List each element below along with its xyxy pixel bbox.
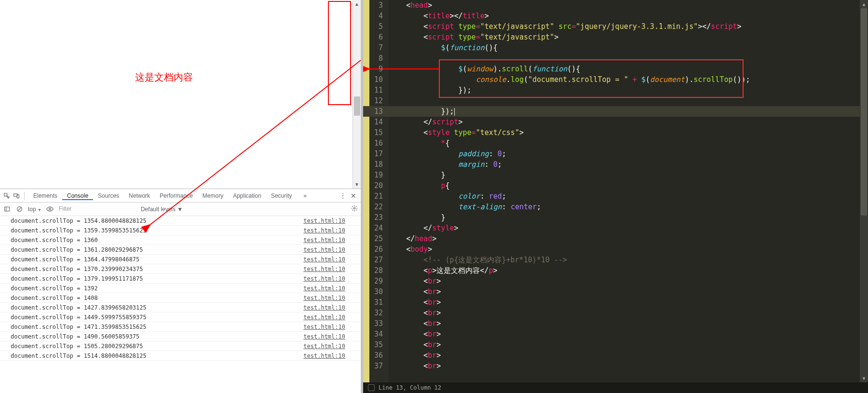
code-line[interactable]: 18 margin: 0; bbox=[363, 159, 868, 170]
log-source-link[interactable]: test.html:10 bbox=[303, 227, 350, 234]
code-line[interactable]: 27 <!-- (p{这是文档内容}+br*10)*10 --> bbox=[363, 255, 868, 265]
line-number[interactable]: 29 bbox=[363, 277, 389, 285]
line-number[interactable]: 27 bbox=[363, 256, 389, 264]
line-number[interactable]: 13 bbox=[363, 107, 389, 116]
console-log-row[interactable]: document.scrollTop = 1360test.html:10 bbox=[0, 235, 361, 245]
line-number[interactable]: 22 bbox=[363, 203, 389, 211]
log-source-link[interactable]: test.html:10 bbox=[303, 295, 350, 301]
console-log-row[interactable]: document.scrollTop = 1471.3599853515625t… bbox=[0, 322, 361, 332]
line-content[interactable]: <br> bbox=[389, 287, 868, 296]
code-line[interactable]: 12 bbox=[363, 95, 868, 106]
line-content[interactable] bbox=[389, 96, 868, 105]
statusbar-panel-icon[interactable] bbox=[368, 384, 375, 391]
console-log-row[interactable]: document.scrollTop = 1514.8800048828125t… bbox=[0, 351, 361, 361]
line-number[interactable]: 7 bbox=[363, 43, 389, 52]
code-line[interactable]: 28 <p>这是文档内容</p> bbox=[363, 265, 868, 276]
console-log-row[interactable]: document.scrollTop = 1490.56005859375tes… bbox=[0, 332, 361, 341]
code-line[interactable]: 29 <br> bbox=[363, 276, 868, 286]
code-line[interactable]: 7 $(function(){ bbox=[363, 42, 868, 53]
line-content[interactable]: } bbox=[389, 171, 868, 179]
line-content[interactable]: <!-- (p{这是文档内容}+br*10)*10 --> bbox=[389, 256, 868, 265]
log-source-link[interactable]: test.html:10 bbox=[303, 275, 350, 282]
line-content[interactable]: <body> bbox=[389, 245, 868, 254]
line-number[interactable]: 20 bbox=[363, 181, 389, 190]
clear-console-icon[interactable] bbox=[15, 205, 23, 213]
code-line[interactable]: 37 <br> bbox=[363, 361, 868, 371]
line-content[interactable]: <script type="text/javascript"> bbox=[389, 33, 868, 41]
devtools-close-icon[interactable]: ✕ bbox=[349, 192, 358, 200]
line-number[interactable]: 4 bbox=[363, 12, 389, 20]
line-content[interactable]: <br> bbox=[389, 362, 868, 370]
line-content[interactable]: </script> bbox=[389, 118, 868, 126]
line-number[interactable]: 10 bbox=[363, 75, 389, 84]
line-content[interactable]: p{ bbox=[389, 181, 868, 190]
log-source-link[interactable]: test.html:10 bbox=[303, 217, 350, 224]
log-source-link[interactable]: test.html:10 bbox=[303, 314, 350, 321]
devtools-menu-icon[interactable]: ⋮ bbox=[339, 192, 347, 200]
context-selector[interactable]: top ▼ bbox=[28, 206, 41, 213]
code-line[interactable]: 5 <script type="text/javascript" src="jq… bbox=[363, 21, 868, 32]
preview-scrollbar[interactable]: ▲ ▼ bbox=[353, 0, 361, 189]
line-number[interactable]: 21 bbox=[363, 192, 389, 201]
code-line[interactable]: 23 } bbox=[363, 212, 868, 223]
code-line[interactable]: 21 color: red; bbox=[363, 191, 868, 202]
line-number[interactable]: 37 bbox=[363, 362, 389, 370]
code-line[interactable]: 9 $(window).scroll(function(){ bbox=[363, 64, 868, 74]
line-content[interactable]: }); bbox=[389, 86, 868, 95]
line-number[interactable]: 5 bbox=[363, 22, 389, 31]
code-editor[interactable]: 3 <head>4 <title></title>5 <script type=… bbox=[363, 0, 868, 393]
console-log-row[interactable]: document.scrollTop = 1427.8399658203125t… bbox=[0, 303, 361, 312]
line-content[interactable]: text-align: center; bbox=[389, 203, 868, 211]
log-source-link[interactable]: test.html:10 bbox=[303, 333, 350, 340]
code-line[interactable]: 6 <script type="text/javascript"> bbox=[363, 32, 868, 42]
line-content[interactable]: <br> bbox=[389, 277, 868, 285]
code-line[interactable]: 31 <br> bbox=[363, 297, 868, 308]
console-filter[interactable] bbox=[59, 205, 136, 213]
line-content[interactable]: } bbox=[389, 213, 868, 222]
code-line[interactable]: 15 <style type="text/css"> bbox=[363, 127, 868, 138]
device-toggle-icon[interactable] bbox=[13, 192, 20, 200]
line-number[interactable]: 17 bbox=[363, 149, 389, 158]
code-line[interactable]: 24 </style> bbox=[363, 223, 868, 233]
code-line[interactable]: 34 <br> bbox=[363, 329, 868, 339]
code-line[interactable]: 14 </script> bbox=[363, 117, 868, 127]
tab-sources[interactable]: Sources bbox=[93, 192, 124, 199]
console-log-row[interactable]: document.scrollTop = 1408test.html:10 bbox=[0, 293, 361, 303]
code-line[interactable]: 13 }); bbox=[363, 106, 868, 117]
line-number[interactable]: 28 bbox=[363, 266, 389, 275]
code-line[interactable]: 33 <br> bbox=[363, 318, 868, 329]
code-area[interactable]: 3 <head>4 <title></title>5 <script type=… bbox=[363, 0, 868, 382]
tab-network[interactable]: Network bbox=[124, 192, 155, 199]
line-number[interactable]: 11 bbox=[363, 86, 389, 95]
log-source-link[interactable]: test.html:10 bbox=[303, 352, 350, 359]
log-source-link[interactable]: test.html:10 bbox=[303, 285, 350, 292]
line-number[interactable]: 8 bbox=[363, 54, 389, 63]
line-content[interactable]: color: red; bbox=[389, 192, 868, 201]
console-log-row[interactable]: document.scrollTop = 1354.8800048828125t… bbox=[0, 216, 361, 226]
line-number[interactable]: 16 bbox=[363, 139, 389, 148]
scroll-up-arrow[interactable]: ▲ bbox=[353, 0, 361, 8]
console-sidebar-toggle-icon[interactable] bbox=[3, 205, 11, 213]
line-content[interactable]: </style> bbox=[389, 224, 868, 232]
line-number[interactable]: 31 bbox=[363, 298, 389, 307]
tabs-overflow[interactable]: » bbox=[298, 189, 312, 203]
line-content[interactable]: }); bbox=[389, 107, 868, 116]
code-line[interactable]: 3 <head> bbox=[363, 0, 868, 11]
line-number[interactable]: 19 bbox=[363, 171, 389, 179]
log-source-link[interactable]: test.html:10 bbox=[303, 343, 350, 350]
line-number[interactable]: 25 bbox=[363, 234, 389, 243]
log-source-link[interactable]: test.html:10 bbox=[303, 256, 350, 263]
line-number[interactable]: 3 bbox=[363, 1, 389, 10]
log-source-link[interactable]: test.html:10 bbox=[303, 237, 350, 244]
code-line[interactable]: 35 <br> bbox=[363, 339, 868, 350]
code-line[interactable]: 10 console.log("document.scrollTop = " +… bbox=[363, 74, 868, 85]
line-number[interactable]: 14 bbox=[363, 118, 389, 126]
console-log-row[interactable]: document.scrollTop = 1359.3599853515625t… bbox=[0, 226, 361, 235]
line-number[interactable]: 36 bbox=[363, 351, 389, 360]
log-source-link[interactable]: test.html:10 bbox=[303, 266, 350, 272]
tab-console[interactable]: Console bbox=[62, 192, 93, 200]
console-log-row[interactable]: document.scrollTop = 1361.280029296875te… bbox=[0, 245, 361, 255]
code-line[interactable]: 20 p{ bbox=[363, 180, 868, 191]
code-line[interactable]: 25 </head> bbox=[363, 233, 868, 244]
line-content[interactable]: <script type="text/javascript" src="jque… bbox=[389, 22, 868, 31]
